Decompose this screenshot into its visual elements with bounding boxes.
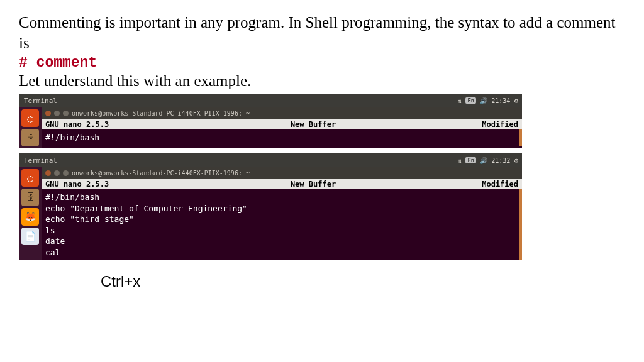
files-icon: 🗄 — [21, 129, 39, 146]
close-icon — [45, 111, 51, 116]
comment-syntax: # comment — [19, 55, 625, 71]
terminal-screenshot-1: Terminal ⇅ En 🔊 21:34 ⚙ ◌ 🗄 onworks@onwo… — [19, 94, 522, 148]
firefox-icon: 🦊 — [21, 208, 39, 226]
files-icon: 🗄 — [21, 189, 39, 206]
minimize-icon — [54, 111, 60, 116]
minimize-icon — [54, 170, 60, 176]
code-content: #!/bin/bash echo "Department of Computer… — [42, 189, 522, 260]
terminal-path: onworks@onworks-Standard-PC-i440FX-PIIX-… — [72, 170, 250, 177]
settings-icon: ⚙ — [514, 97, 518, 105]
nano-header: GNU nano 2.5.3 New Buffer Modified — [42, 119, 522, 129]
maximize-icon — [63, 111, 69, 116]
language-indicator: En — [465, 157, 476, 163]
example-intro: Let understand this with an example. — [19, 72, 625, 90]
nano-version: GNU nano 2.5.3 — [45, 180, 171, 189]
terminal-screenshot-2: Terminal ⇅ En 🔊 21:32 ⚙ ◌ 🗄 🦊 📄 onworks@… — [19, 153, 522, 260]
nano-status: Modified — [455, 180, 518, 189]
volume-icon: 🔊 — [480, 157, 487, 164]
network-icon: ⇅ — [458, 157, 462, 164]
document-icon: 📄 — [21, 228, 39, 245]
maximize-icon — [63, 170, 69, 176]
window-titlebar: Terminal ⇅ En 🔊 21:34 ⚙ — [19, 94, 522, 107]
window-title: Terminal — [24, 156, 57, 165]
clock: 21:32 — [491, 157, 510, 164]
close-icon — [45, 170, 51, 176]
nano-buffer: New Buffer — [171, 120, 455, 129]
nano-header: GNU nano 2.5.3 New Buffer Modified — [42, 179, 522, 189]
settings-icon: ⚙ — [514, 156, 518, 165]
terminal-tab-bar: onworks@onworks-Standard-PC-i440FX-PIIX-… — [42, 167, 522, 179]
clock: 21:34 — [491, 97, 510, 104]
network-icon: ⇅ — [458, 97, 462, 104]
window-title: Terminal — [24, 97, 57, 105]
window-titlebar: Terminal ⇅ En 🔊 21:32 ⚙ — [19, 153, 522, 167]
launcher-bar: ◌ 🗄 — [19, 107, 42, 148]
launcher-bar: ◌ 🗄 🦊 📄 — [19, 167, 42, 260]
heading-text: Commenting is important in any program. … — [19, 13, 625, 53]
system-tray: ⇅ En 🔊 21:34 ⚙ — [458, 97, 518, 105]
terminal-path: onworks@onworks-Standard-PC-i440FX-PIIX-… — [72, 110, 250, 117]
keyboard-shortcut: Ctrl+x — [101, 273, 625, 290]
nano-version: GNU nano 2.5.3 — [45, 120, 171, 129]
system-tray: ⇅ En 🔊 21:32 ⚙ — [458, 156, 518, 165]
volume-icon: 🔊 — [480, 97, 487, 104]
ubuntu-icon: ◌ — [21, 169, 39, 187]
language-indicator: En — [465, 97, 476, 104]
code-content: #!/bin/bash — [42, 129, 522, 146]
terminal-tab-bar: onworks@onworks-Standard-PC-i440FX-PIIX-… — [42, 107, 522, 119]
ubuntu-icon: ◌ — [21, 109, 39, 127]
nano-status: Modified — [455, 120, 518, 129]
nano-buffer: New Buffer — [171, 180, 455, 189]
